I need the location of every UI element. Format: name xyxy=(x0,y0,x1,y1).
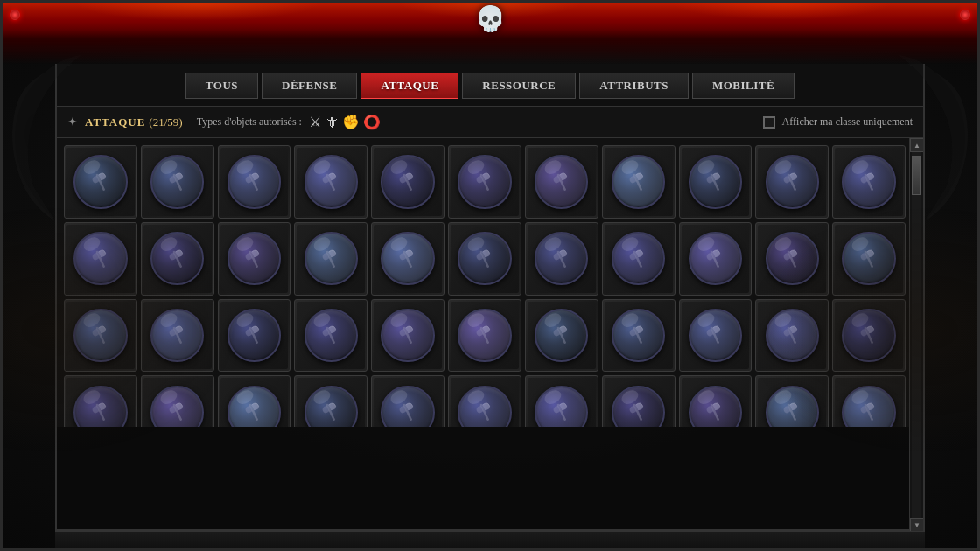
skill-item[interactable] xyxy=(602,222,676,296)
skill-item[interactable] xyxy=(448,299,522,373)
skill-gem-orb xyxy=(74,232,127,285)
skill-gem-orb xyxy=(228,386,281,427)
skill-item[interactable] xyxy=(371,222,444,296)
skill-gem-orb xyxy=(535,155,588,208)
skill-axe-icon xyxy=(854,244,884,274)
scroll-down-arrow-icon: ▼ xyxy=(914,521,920,529)
skill-axe-icon xyxy=(777,320,807,350)
skill-gem-orb xyxy=(842,386,895,427)
skill-gem-orb xyxy=(458,386,511,427)
skill-item[interactable] xyxy=(371,375,444,427)
skill-item[interactable] xyxy=(218,299,291,373)
skill-gem-orb xyxy=(381,232,434,285)
skill-gem-orb xyxy=(150,309,204,362)
skill-item[interactable] xyxy=(832,299,906,373)
skill-axe-icon xyxy=(777,167,807,197)
skill-item[interactable] xyxy=(525,375,598,427)
skill-gem-orb xyxy=(381,309,434,362)
skill-item[interactable] xyxy=(602,145,676,219)
gem-top-right xyxy=(960,10,970,20)
skill-item[interactable] xyxy=(448,145,522,219)
skill-item[interactable] xyxy=(218,145,291,219)
skill-axe-icon xyxy=(393,320,423,350)
skill-item[interactable] xyxy=(679,299,752,373)
skill-axe-icon xyxy=(547,167,577,197)
skill-item[interactable] xyxy=(448,375,522,427)
skill-item[interactable] xyxy=(141,222,214,296)
skill-axe-icon xyxy=(239,167,269,197)
skill-axe-icon xyxy=(470,320,500,350)
skill-axe-icon xyxy=(547,320,577,350)
skull-decoration: 💀 xyxy=(475,4,506,33)
skill-axe-icon xyxy=(470,244,500,274)
skill-item[interactable] xyxy=(525,299,598,373)
tab-attributs[interactable]: Attributs xyxy=(579,73,689,99)
skill-axe-icon xyxy=(163,244,192,274)
svg-point-0 xyxy=(24,112,51,156)
gem-top-left xyxy=(10,10,20,20)
scroll-down-button[interactable]: ▼ xyxy=(910,518,923,532)
skill-item[interactable] xyxy=(755,145,829,219)
skill-gem-orb xyxy=(150,232,204,285)
types-label: Types d'objets autorisés : xyxy=(197,115,302,129)
skill-axe-icon xyxy=(700,397,730,427)
skill-item[interactable] xyxy=(832,222,906,296)
skill-item[interactable] xyxy=(755,299,829,373)
content-area: Tous Défense Attaque Ressource Attributs… xyxy=(55,64,925,531)
skill-item[interactable] xyxy=(679,375,752,427)
skill-gem-orb xyxy=(612,232,665,285)
skill-item[interactable] xyxy=(218,222,291,296)
skill-gem-orb xyxy=(766,232,819,285)
skill-item[interactable] xyxy=(218,375,291,427)
skill-item[interactable] xyxy=(294,375,368,427)
skill-item[interactable] xyxy=(755,222,829,296)
skill-gem-orb xyxy=(458,309,511,362)
skill-axe-icon xyxy=(547,397,577,427)
skill-gem-orb xyxy=(74,309,127,362)
skill-axe-icon xyxy=(470,167,500,197)
skill-gem-orb xyxy=(228,232,281,285)
skill-item[interactable] xyxy=(448,222,522,296)
left-gargoyle xyxy=(3,46,108,221)
skill-axe-icon xyxy=(623,397,653,427)
tab-attaque[interactable]: Attaque xyxy=(360,73,458,99)
skill-axe-icon xyxy=(163,320,192,350)
skill-gem-orb xyxy=(535,232,588,285)
tab-mobilite[interactable]: Mobilité xyxy=(692,73,794,99)
skill-gem-orb xyxy=(150,386,204,427)
skill-item[interactable] xyxy=(602,375,676,427)
skill-item[interactable] xyxy=(141,299,214,373)
skill-item[interactable] xyxy=(64,299,137,373)
skill-item[interactable] xyxy=(141,375,214,427)
skill-gem-orb xyxy=(381,386,434,427)
skill-gem-orb xyxy=(458,155,511,208)
skill-item[interactable] xyxy=(294,299,368,373)
skill-item[interactable] xyxy=(679,222,752,296)
class-filter-checkbox[interactable] xyxy=(763,116,775,129)
skill-item[interactable] xyxy=(602,299,676,373)
skill-item[interactable] xyxy=(679,145,752,219)
tab-defense[interactable]: Défense xyxy=(262,73,357,99)
skill-item[interactable] xyxy=(141,145,214,219)
skill-item[interactable] xyxy=(294,222,368,296)
tab-ressource[interactable]: Ressource xyxy=(462,73,576,99)
sword-icon: ⚔ xyxy=(309,114,321,130)
skill-item[interactable] xyxy=(371,299,444,373)
section-header: ✦ ATTAQUE (21/59) Types d'objets autoris… xyxy=(57,106,923,138)
skill-gem-orb xyxy=(381,155,434,208)
skill-item[interactable] xyxy=(64,375,137,427)
skill-item[interactable] xyxy=(525,145,598,219)
skill-axe-icon xyxy=(316,320,346,350)
skill-axe-icon xyxy=(854,320,884,350)
skill-axe-icon xyxy=(393,244,423,274)
skill-item[interactable] xyxy=(755,375,829,427)
skill-item[interactable] xyxy=(525,222,598,296)
skill-item[interactable] xyxy=(371,145,444,219)
skill-item[interactable] xyxy=(294,145,368,219)
skill-item[interactable] xyxy=(64,222,137,296)
skill-axe-icon xyxy=(700,244,730,274)
tab-tous[interactable]: Tous xyxy=(186,73,258,99)
skill-gem-orb xyxy=(74,386,127,427)
skill-axe-icon xyxy=(700,320,730,350)
skill-item[interactable] xyxy=(832,375,906,427)
